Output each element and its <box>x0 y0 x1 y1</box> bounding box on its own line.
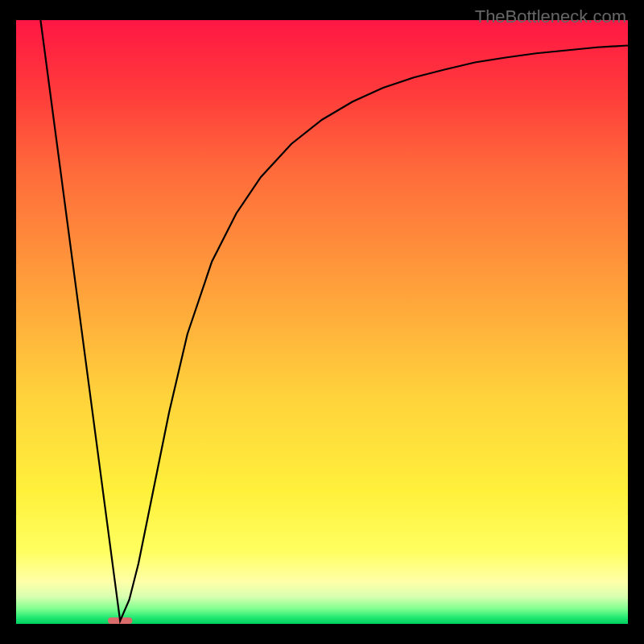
chart-container: TheBottleneck.com <box>0 0 644 644</box>
bottleneck-chart <box>16 20 628 624</box>
watermark-text: TheBottleneck.com <box>475 6 626 27</box>
